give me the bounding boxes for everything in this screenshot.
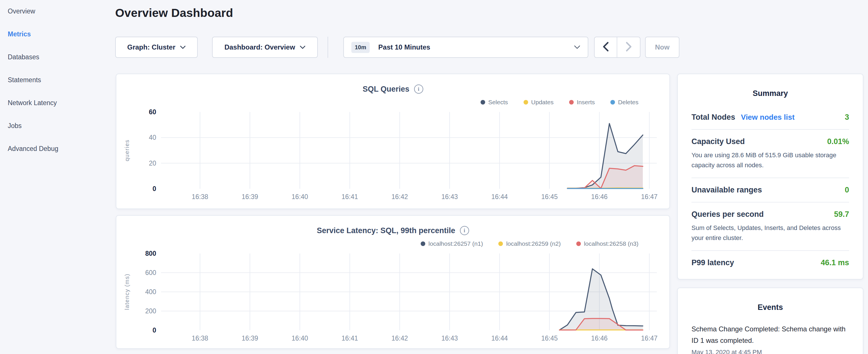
chart-legend: localhost:26257 (n1)localhost:26259 (n2)…: [421, 240, 639, 247]
legend-item[interactable]: Updates: [524, 99, 554, 106]
legend-label: localhost:26259 (n2): [506, 240, 560, 247]
stat-label: Queries per second: [691, 210, 764, 219]
chevron-down-icon: [180, 45, 186, 49]
prev-time-button[interactable]: [595, 37, 617, 57]
y-tick-label: 0: [129, 185, 156, 193]
legend-item[interactable]: localhost:26258 (n3): [576, 240, 639, 247]
page-title: Overview Dashboard: [115, 6, 233, 20]
stat-description: You are using 28.6 MiB of 515.9 GiB usab…: [691, 150, 849, 170]
x-tick-label: 16:41: [334, 193, 366, 201]
service-latency-chart-card: Service Latency: SQL, 99th percentile i …: [116, 215, 670, 349]
stat-value: 3: [845, 113, 849, 122]
sidebar-item-metrics[interactable]: Metrics: [8, 30, 31, 39]
stat-label: Total Nodes: [691, 113, 735, 122]
x-tick-label: 16:40: [284, 193, 315, 201]
legend-item[interactable]: Selects: [480, 99, 508, 106]
next-time-button[interactable]: [617, 37, 640, 57]
x-tick-label: 16:47: [633, 334, 665, 342]
sidebar-item-databases[interactable]: Databases: [8, 53, 39, 62]
summary-capacity-used: Capacity Used 0.01% You are using 28.6 M…: [691, 129, 849, 178]
legend-dot-icon: [480, 100, 485, 104]
legend-dot-icon: [498, 242, 503, 246]
legend-item[interactable]: localhost:26259 (n2): [498, 240, 560, 247]
chart-plot[interactable]: [161, 254, 657, 330]
legend-label: localhost:26258 (n3): [584, 240, 639, 247]
legend-dot-icon: [421, 242, 425, 246]
x-tick-label: 16:43: [434, 334, 465, 342]
dashboard-dropdown-label: Dashboard: Overview: [224, 43, 295, 51]
legend-label: Deletes: [618, 99, 639, 106]
x-tick-label: 16:40: [284, 334, 315, 342]
chevron-right-icon: [625, 41, 632, 53]
legend-item[interactable]: localhost:26257 (n1): [421, 240, 483, 247]
stat-label: Unavailable ranges: [691, 186, 762, 194]
legend-label: Updates: [531, 99, 554, 106]
stat-label: P99 latency: [691, 258, 734, 267]
events-panel: Events Schema Change Completed: Schema c…: [677, 288, 863, 354]
sidebar: OverviewMetricsDatabasesStatementsNetwor…: [0, 0, 115, 354]
summary-queries-per-second: Queries per second 59.7 Sum of Selects, …: [691, 202, 849, 250]
y-tick-label: 20: [129, 159, 156, 167]
y-tick-label: 60: [129, 108, 156, 116]
y-axis-label: queries: [123, 112, 131, 189]
events-title: Events: [691, 298, 849, 319]
info-icon[interactable]: i: [414, 85, 423, 94]
stat-label: Capacity Used: [691, 137, 745, 146]
chevron-left-icon: [602, 41, 610, 53]
now-button[interactable]: Now: [645, 37, 679, 58]
sidebar-item-network-latency[interactable]: Network Latency: [8, 98, 57, 107]
stat-value: 46.1 ms: [821, 258, 849, 267]
x-tick-label: 16:38: [184, 193, 216, 201]
legend-dot-icon: [524, 100, 528, 104]
legend-item[interactable]: Inserts: [569, 99, 595, 106]
y-tick-label: 400: [129, 288, 156, 296]
sidebar-item-overview[interactable]: Overview: [8, 7, 35, 16]
info-icon[interactable]: i: [460, 226, 469, 235]
legend-item[interactable]: Deletes: [610, 99, 639, 106]
sidebar-item-jobs[interactable]: Jobs: [8, 121, 22, 130]
summary-panel: Summary Total Nodes View nodes list 3 Ca…: [677, 74, 863, 280]
x-tick-label: 16:39: [234, 334, 266, 342]
summary-title: Summary: [691, 84, 849, 105]
summary-p99-latency: P99 latency 46.1 ms: [691, 250, 849, 275]
legend-dot-icon: [576, 242, 581, 246]
x-tick-label: 16:44: [484, 334, 515, 342]
y-tick-label: 0: [129, 326, 156, 334]
y-tick-label: 600: [129, 269, 156, 277]
chart-svg: [161, 112, 657, 189]
event-item[interactable]: Schema Change Completed: Schema change w…: [691, 323, 849, 354]
stat-description: Sum of Selects, Updates, Inserts, and De…: [691, 223, 849, 243]
x-tick-label: 16:42: [384, 193, 415, 201]
chart-legend: SelectsUpdatesInsertsDeletes: [480, 99, 639, 106]
stat-value: 0.01%: [827, 137, 849, 146]
legend-dot-icon: [569, 100, 574, 104]
graph-dropdown[interactable]: Graph: Cluster: [115, 37, 198, 58]
x-tick-label: 16:44: [484, 193, 515, 201]
sql-queries-chart-card: SQL Queries i SelectsUpdatesInsertsDelet…: [116, 74, 670, 209]
view-nodes-list-link[interactable]: View nodes list: [741, 113, 795, 122]
chart-svg: [161, 254, 657, 330]
y-tick-label: 200: [129, 307, 156, 315]
x-tick-label: 16:46: [584, 193, 615, 201]
summary-total-nodes: Total Nodes View nodes list 3: [691, 105, 849, 129]
sidebar-item-advanced-debug[interactable]: Advanced Debug: [8, 144, 58, 153]
chevron-down-icon: [300, 45, 306, 49]
summary-unavailable-ranges: Unavailable ranges 0: [691, 178, 849, 202]
time-range-label: Past 10 Minutes: [378, 43, 430, 51]
event-text: Schema Change Completed: Schema change w…: [691, 323, 849, 346]
sidebar-item-statements[interactable]: Statements: [8, 75, 41, 85]
legend-label: localhost:26257 (n1): [428, 240, 483, 247]
dashboard-dropdown[interactable]: Dashboard: Overview: [212, 37, 318, 58]
x-tick-label: 16:41: [334, 334, 366, 342]
time-range-dropdown[interactable]: 10m Past 10 Minutes: [343, 37, 588, 58]
graph-dropdown-label: Graph: Cluster: [127, 43, 175, 51]
chart-plot[interactable]: [161, 112, 657, 189]
x-tick-label: 16:39: [234, 193, 266, 201]
legend-label: Selects: [488, 99, 508, 106]
x-tick-label: 16:42: [384, 334, 415, 342]
stat-value: 0: [845, 186, 849, 194]
y-tick-label: 40: [129, 133, 156, 141]
x-tick-label: 16:45: [534, 193, 565, 201]
x-tick-label: 16:43: [434, 193, 465, 201]
time-step-buttons: [594, 37, 641, 58]
